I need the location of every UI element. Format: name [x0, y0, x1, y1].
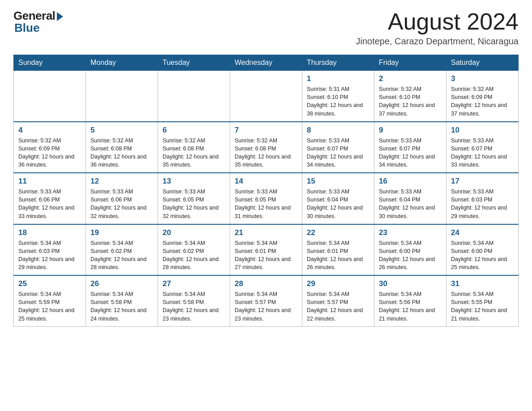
- weekday-header-saturday: Saturday: [446, 55, 519, 71]
- calendar-cell: 2Sunrise: 5:32 AM Sunset: 6:10 PM Daylig…: [374, 71, 446, 122]
- day-info: Sunrise: 5:32 AM Sunset: 6:09 PM Dayligh…: [18, 137, 81, 169]
- day-number: 7: [235, 126, 297, 135]
- weekday-header-wednesday: Wednesday: [230, 55, 302, 71]
- calendar-cell: 27Sunrise: 5:34 AM Sunset: 5:58 PM Dayli…: [158, 275, 230, 326]
- day-info: Sunrise: 5:34 AM Sunset: 6:00 PM Dayligh…: [451, 239, 514, 272]
- calendar-cell: [86, 71, 158, 122]
- day-info: Sunrise: 5:33 AM Sunset: 6:05 PM Dayligh…: [235, 188, 297, 220]
- calendar-cell: 16Sunrise: 5:33 AM Sunset: 6:04 PM Dayli…: [374, 173, 446, 224]
- weekday-header-monday: Monday: [86, 55, 158, 71]
- calendar-cell: 17Sunrise: 5:33 AM Sunset: 6:03 PM Dayli…: [446, 173, 519, 224]
- day-info: Sunrise: 5:32 AM Sunset: 6:08 PM Dayligh…: [163, 137, 225, 169]
- day-number: 8: [307, 126, 369, 135]
- day-info: Sunrise: 5:34 AM Sunset: 6:01 PM Dayligh…: [235, 239, 297, 272]
- day-number: 18: [18, 228, 81, 237]
- month-title: August 2024: [356, 9, 519, 34]
- day-info: Sunrise: 5:34 AM Sunset: 5:59 PM Dayligh…: [18, 290, 81, 323]
- day-info: Sunrise: 5:33 AM Sunset: 6:07 PM Dayligh…: [451, 137, 514, 169]
- day-number: 17: [451, 177, 514, 186]
- day-number: 20: [163, 228, 225, 237]
- day-info: Sunrise: 5:34 AM Sunset: 5:57 PM Dayligh…: [235, 290, 297, 323]
- calendar-cell: 10Sunrise: 5:33 AM Sunset: 6:07 PM Dayli…: [446, 122, 519, 173]
- calendar-cell: 18Sunrise: 5:34 AM Sunset: 6:03 PM Dayli…: [14, 224, 86, 276]
- calendar-cell: 1Sunrise: 5:31 AM Sunset: 6:10 PM Daylig…: [302, 71, 374, 122]
- day-info: Sunrise: 5:32 AM Sunset: 6:09 PM Dayligh…: [451, 85, 514, 118]
- day-number: 27: [163, 279, 225, 288]
- day-info: Sunrise: 5:34 AM Sunset: 6:02 PM Dayligh…: [90, 239, 153, 272]
- calendar-cell: 11Sunrise: 5:33 AM Sunset: 6:06 PM Dayli…: [14, 173, 86, 224]
- day-info: Sunrise: 5:33 AM Sunset: 6:06 PM Dayligh…: [90, 188, 153, 220]
- day-number: 23: [379, 228, 442, 237]
- day-number: 6: [163, 126, 225, 135]
- calendar-cell: 20Sunrise: 5:34 AM Sunset: 6:02 PM Dayli…: [158, 224, 230, 276]
- day-number: 21: [235, 228, 297, 237]
- calendar-cell: 15Sunrise: 5:33 AM Sunset: 6:04 PM Dayli…: [302, 173, 374, 224]
- day-info: Sunrise: 5:33 AM Sunset: 6:03 PM Dayligh…: [451, 188, 514, 220]
- day-info: Sunrise: 5:34 AM Sunset: 5:56 PM Dayligh…: [379, 290, 442, 323]
- calendar-week-row: 18Sunrise: 5:34 AM Sunset: 6:03 PM Dayli…: [14, 224, 519, 276]
- calendar-cell: 13Sunrise: 5:33 AM Sunset: 6:05 PM Dayli…: [158, 173, 230, 224]
- day-info: Sunrise: 5:33 AM Sunset: 6:04 PM Dayligh…: [307, 188, 369, 220]
- weekday-header-sunday: Sunday: [14, 55, 86, 71]
- day-info: Sunrise: 5:33 AM Sunset: 6:07 PM Dayligh…: [379, 137, 442, 169]
- calendar-cell: 4Sunrise: 5:32 AM Sunset: 6:09 PM Daylig…: [14, 122, 86, 173]
- day-info: Sunrise: 5:34 AM Sunset: 6:02 PM Dayligh…: [163, 239, 225, 272]
- calendar-cell: 5Sunrise: 5:32 AM Sunset: 6:08 PM Daylig…: [86, 122, 158, 173]
- day-number: 3: [451, 74, 514, 83]
- calendar-week-row: 4Sunrise: 5:32 AM Sunset: 6:09 PM Daylig…: [14, 122, 519, 173]
- calendar-week-row: 25Sunrise: 5:34 AM Sunset: 5:59 PM Dayli…: [14, 275, 519, 326]
- title-section: August 2024 Jinotepe, Carazo Department,…: [356, 9, 519, 47]
- calendar-cell: 6Sunrise: 5:32 AM Sunset: 6:08 PM Daylig…: [158, 122, 230, 173]
- calendar-cell: 23Sunrise: 5:34 AM Sunset: 6:00 PM Dayli…: [374, 224, 446, 276]
- day-info: Sunrise: 5:33 AM Sunset: 6:05 PM Dayligh…: [163, 188, 225, 220]
- calendar-cell: [158, 71, 230, 122]
- day-number: 14: [235, 177, 297, 186]
- calendar-cell: 24Sunrise: 5:34 AM Sunset: 6:00 PM Dayli…: [446, 224, 519, 276]
- calendar-cell: 7Sunrise: 5:32 AM Sunset: 6:08 PM Daylig…: [230, 122, 302, 173]
- day-info: Sunrise: 5:34 AM Sunset: 5:58 PM Dayligh…: [163, 290, 225, 323]
- calendar-cell: 28Sunrise: 5:34 AM Sunset: 5:57 PM Dayli…: [230, 275, 302, 326]
- day-number: 12: [90, 177, 153, 186]
- calendar-cell: 26Sunrise: 5:34 AM Sunset: 5:58 PM Dayli…: [86, 275, 158, 326]
- weekday-header-tuesday: Tuesday: [158, 55, 230, 71]
- day-info: Sunrise: 5:32 AM Sunset: 6:08 PM Dayligh…: [90, 137, 153, 169]
- calendar-table: SundayMondayTuesdayWednesdayThursdayFrid…: [13, 55, 519, 327]
- day-number: 4: [18, 126, 81, 135]
- calendar-cell: 31Sunrise: 5:34 AM Sunset: 5:55 PM Dayli…: [446, 275, 519, 326]
- calendar-cell: 8Sunrise: 5:33 AM Sunset: 6:07 PM Daylig…: [302, 122, 374, 173]
- day-number: 10: [451, 126, 514, 135]
- calendar-cell: 22Sunrise: 5:34 AM Sunset: 6:01 PM Dayli…: [302, 224, 374, 276]
- day-number: 24: [451, 228, 514, 237]
- calendar-cell: 21Sunrise: 5:34 AM Sunset: 6:01 PM Dayli…: [230, 224, 302, 276]
- calendar-cell: 25Sunrise: 5:34 AM Sunset: 5:59 PM Dayli…: [14, 275, 86, 326]
- logo: General Blue: [13, 9, 63, 35]
- calendar-cell: 30Sunrise: 5:34 AM Sunset: 5:56 PM Dayli…: [374, 275, 446, 326]
- day-info: Sunrise: 5:32 AM Sunset: 6:10 PM Dayligh…: [379, 85, 442, 118]
- day-info: Sunrise: 5:34 AM Sunset: 5:55 PM Dayligh…: [451, 290, 514, 323]
- day-info: Sunrise: 5:34 AM Sunset: 6:03 PM Dayligh…: [18, 239, 81, 272]
- day-number: 9: [379, 126, 442, 135]
- day-info: Sunrise: 5:31 AM Sunset: 6:10 PM Dayligh…: [307, 85, 369, 118]
- page-header: General Blue August 2024 Jinotepe, Caraz…: [13, 9, 519, 47]
- calendar-week-row: 11Sunrise: 5:33 AM Sunset: 6:06 PM Dayli…: [14, 173, 519, 224]
- day-number: 2: [379, 74, 442, 83]
- day-info: Sunrise: 5:34 AM Sunset: 6:00 PM Dayligh…: [379, 239, 442, 272]
- day-info: Sunrise: 5:33 AM Sunset: 6:07 PM Dayligh…: [307, 137, 369, 169]
- day-number: 30: [379, 279, 442, 288]
- day-info: Sunrise: 5:34 AM Sunset: 5:57 PM Dayligh…: [307, 290, 369, 323]
- day-info: Sunrise: 5:34 AM Sunset: 6:01 PM Dayligh…: [307, 239, 369, 272]
- calendar-header-row: SundayMondayTuesdayWednesdayThursdayFrid…: [14, 55, 519, 71]
- day-number: 16: [379, 177, 442, 186]
- day-number: 15: [307, 177, 369, 186]
- calendar-cell: [14, 71, 86, 122]
- day-number: 28: [235, 279, 297, 288]
- weekday-header-friday: Friday: [374, 55, 446, 71]
- day-number: 31: [451, 279, 514, 288]
- calendar-cell: 9Sunrise: 5:33 AM Sunset: 6:07 PM Daylig…: [374, 122, 446, 173]
- calendar-cell: 3Sunrise: 5:32 AM Sunset: 6:09 PM Daylig…: [446, 71, 519, 122]
- day-number: 26: [90, 279, 153, 288]
- day-info: Sunrise: 5:33 AM Sunset: 6:04 PM Dayligh…: [379, 188, 442, 220]
- day-number: 22: [307, 228, 369, 237]
- logo-blue-text: Blue: [14, 21, 39, 35]
- day-number: 11: [18, 177, 81, 186]
